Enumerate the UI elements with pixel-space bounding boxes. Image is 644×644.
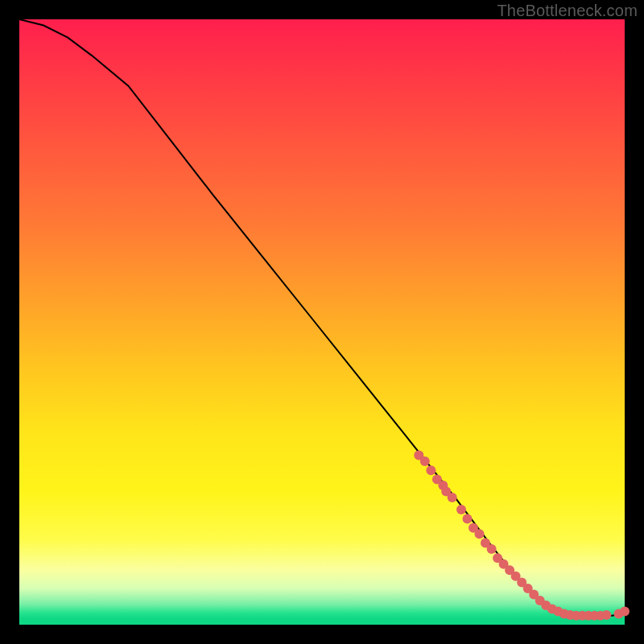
chart-marker: [426, 465, 436, 475]
chart-curve-line: [19, 19, 625, 616]
chart-marker: [487, 544, 497, 554]
chart-plot-area: [19, 19, 625, 625]
chart-marker-group: [414, 450, 630, 620]
watermark-text: TheBottleneck.com: [497, 2, 638, 20]
chart-stage: TheBottleneck.com: [0, 0, 644, 644]
chart-marker: [456, 505, 466, 514]
chart-svg: [19, 19, 625, 625]
chart-marker: [420, 456, 430, 466]
chart-marker: [620, 607, 630, 617]
chart-marker: [475, 529, 485, 539]
chart-marker: [463, 514, 473, 523]
chart-marker: [601, 610, 611, 620]
chart-marker: [448, 493, 457, 502]
